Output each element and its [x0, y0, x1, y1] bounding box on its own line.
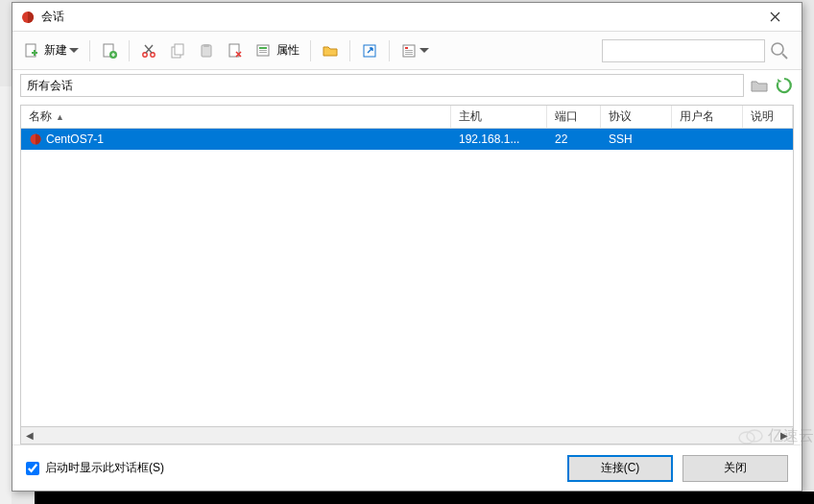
- copy-icon: [169, 42, 186, 60]
- sessions-dialog: 会话 新建 属性: [12, 2, 802, 492]
- close-dialog-button[interactable]: 关闭: [682, 455, 788, 482]
- properties-button[interactable]: 属性: [251, 37, 304, 64]
- svg-rect-16: [259, 52, 267, 53]
- toolbar: 新建 属性: [12, 32, 802, 70]
- session-list: 名称▲ 主机 端口 协议 用户名 说明 CentOS7-1 192.168.1.…: [20, 105, 794, 427]
- svg-rect-20: [405, 50, 413, 51]
- svg-rect-14: [259, 47, 267, 49]
- svg-rect-22: [405, 54, 413, 55]
- pathbar: 所有会话: [12, 70, 802, 101]
- scroll-right-icon[interactable]: ▶: [776, 427, 793, 444]
- col-protocol[interactable]: 协议: [601, 106, 672, 128]
- search-icon[interactable]: [769, 40, 790, 61]
- paste-icon: [198, 42, 215, 60]
- svg-rect-21: [405, 52, 413, 53]
- close-button[interactable]: [755, 4, 794, 31]
- svg-point-6: [143, 52, 147, 56]
- path-input[interactable]: 所有会话: [20, 74, 744, 97]
- paste-button[interactable]: [193, 37, 220, 64]
- refresh-icon[interactable]: [775, 76, 794, 95]
- save-icon: [101, 42, 118, 60]
- search-input[interactable]: [602, 39, 765, 62]
- window-title: 会话: [41, 9, 755, 25]
- list-body[interactable]: CentOS7-1 192.168.1... 22 SSH: [21, 129, 793, 426]
- titlebar: 会话: [12, 3, 802, 32]
- search-container: [436, 39, 796, 62]
- view-button[interactable]: [395, 37, 434, 64]
- horizontal-scrollbar[interactable]: ◀ ▶: [20, 427, 794, 444]
- sort-asc-icon: ▲: [56, 112, 64, 122]
- col-desc[interactable]: 说明: [743, 106, 793, 128]
- show-on-startup-checkbox[interactable]: 启动时显示此对话框(S): [26, 460, 164, 476]
- col-host[interactable]: 主机: [451, 106, 547, 128]
- chevron-down-icon[interactable]: [69, 42, 79, 60]
- copy-button[interactable]: [164, 37, 191, 64]
- shortcut-icon: [361, 42, 378, 60]
- shortcut-button[interactable]: [356, 37, 383, 64]
- footer: 启动时显示此对话框(S) 连接(C) 关闭: [12, 444, 802, 491]
- new-button[interactable]: 新建: [18, 37, 84, 64]
- close-icon: [770, 12, 780, 22]
- cut-button[interactable]: [135, 37, 162, 64]
- folder-button[interactable]: [317, 37, 344, 64]
- scroll-track[interactable]: [38, 427, 776, 444]
- svg-rect-19: [405, 47, 408, 49]
- list-icon: [400, 42, 418, 60]
- save-button[interactable]: [96, 37, 123, 64]
- svg-rect-11: [204, 44, 209, 47]
- svg-rect-3: [34, 50, 36, 56]
- folder-up-icon[interactable]: [750, 76, 769, 95]
- col-user[interactable]: 用户名: [672, 106, 743, 128]
- svg-point-23: [772, 43, 783, 55]
- file-plus-icon: [23, 42, 40, 60]
- col-port[interactable]: 端口: [547, 106, 601, 128]
- session-icon: [29, 132, 42, 146]
- delete-button[interactable]: [222, 37, 249, 64]
- delete-icon: [227, 42, 244, 60]
- chevron-down-icon[interactable]: [419, 42, 429, 60]
- properties-icon: [255, 42, 273, 60]
- session-row[interactable]: CentOS7-1 192.168.1... 22 SSH: [21, 129, 793, 150]
- list-header: 名称▲ 主机 端口 协议 用户名 说明: [21, 106, 793, 129]
- svg-rect-9: [175, 44, 183, 55]
- svg-rect-15: [259, 50, 267, 51]
- app-icon: [20, 10, 36, 25]
- scissors-icon: [140, 42, 157, 60]
- folder-icon: [322, 42, 339, 60]
- col-name[interactable]: 名称▲: [21, 106, 451, 128]
- connect-button[interactable]: 连接(C): [567, 455, 673, 482]
- scroll-left-icon[interactable]: ◀: [21, 427, 38, 444]
- svg-point-7: [151, 52, 155, 56]
